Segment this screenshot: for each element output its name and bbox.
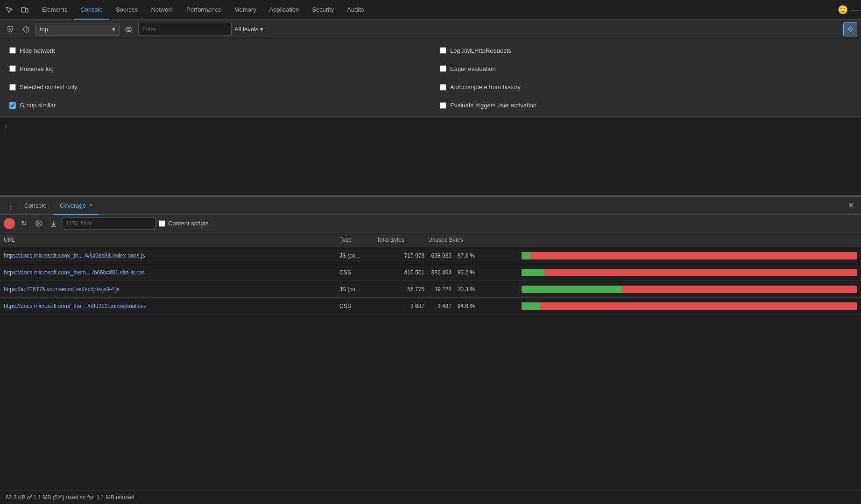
row-4-bar xyxy=(522,302,857,310)
status-bar: 62.3 KB of 1.1 MB (5%) used so far. 1.1 … xyxy=(0,490,861,504)
row-2-url[interactable]: https://docs.microsoft.com/_them... /b66… xyxy=(4,269,339,276)
refresh-button[interactable]: ↻ xyxy=(18,217,30,230)
eye-icon-button[interactable] xyxy=(122,23,135,36)
tab-memory[interactable]: Memory xyxy=(228,0,263,20)
evaluate-triggers-checkbox[interactable] xyxy=(440,102,446,109)
header-unused-bytes: Unused Bytes xyxy=(428,237,522,243)
row-2-bar xyxy=(522,269,857,276)
hide-network-setting[interactable]: Hide network xyxy=(9,44,421,57)
log-xmlhttp-checkbox[interactable] xyxy=(440,47,446,54)
console-toolbar: top ▾ All levels ▾ ⚙ xyxy=(0,20,861,39)
drawer-tab-console[interactable]: Console xyxy=(19,197,52,215)
content-scripts-label: Content scripts xyxy=(168,220,209,227)
eager-eval-checkbox[interactable] xyxy=(440,65,446,72)
preserve-log-label: Preserve log xyxy=(20,65,54,72)
more-options-icon[interactable]: ⋯ xyxy=(851,5,859,15)
main-tab-bar: Elements Console Sources Network Perform… xyxy=(0,0,861,20)
table-row[interactable]: https://docs.microsoft.com/_th... /43a9d… xyxy=(0,247,861,264)
table-row[interactable]: https://az725175.vo.msecnd.net/scripts/j… xyxy=(0,281,861,298)
svg-rect-0 xyxy=(21,7,25,12)
tab-bar-right: 🙂 ⋯ xyxy=(838,5,859,15)
row-3-unused: 39 228 70.3 % xyxy=(428,286,522,293)
header-url: URL xyxy=(4,237,339,243)
tab-elements[interactable]: Elements xyxy=(35,0,74,20)
log-xmlhttp-label: Log XMLHttpRequests xyxy=(450,47,511,54)
svg-point-8 xyxy=(128,28,130,30)
context-selector[interactable]: top ▾ xyxy=(35,23,120,36)
row-4-type: CSS xyxy=(339,303,377,309)
group-similar-checkbox[interactable] xyxy=(9,102,16,109)
context-dropdown-arrow: ▾ xyxy=(112,26,115,33)
evaluate-triggers-label: Evaluate triggers user activation xyxy=(450,102,536,109)
autocomplete-setting[interactable]: Autocomplete from history xyxy=(440,81,852,94)
eager-eval-label: Eager evaluation xyxy=(450,65,496,72)
stop-recording-button[interactable] xyxy=(20,23,33,36)
inspect-icon[interactable] xyxy=(2,3,16,17)
tab-sources[interactable]: Sources xyxy=(109,0,145,20)
tab-network[interactable]: Network xyxy=(145,0,180,20)
eager-eval-setting[interactable]: Eager evaluation xyxy=(440,62,852,75)
row-1-bar xyxy=(522,252,857,259)
svg-rect-1 xyxy=(26,8,28,12)
row-4-url[interactable]: https://docs.microsoft.com/_the... /b8d3… xyxy=(4,303,339,309)
feedback-icon[interactable]: 🙂 xyxy=(838,5,848,15)
record-button[interactable] xyxy=(4,218,15,229)
tab-application[interactable]: Application xyxy=(263,0,306,20)
status-text: 62.3 KB of 1.1 MB (5%) used so far. 1.1 … xyxy=(6,494,136,501)
preserve-log-setting[interactable]: Preserve log xyxy=(9,62,421,75)
content-scripts-checkbox[interactable] xyxy=(159,220,165,227)
tab-security[interactable]: Security xyxy=(305,0,340,20)
coverage-table: URL Type Total Bytes Unused Bytes https:… xyxy=(0,232,861,490)
autocomplete-checkbox[interactable] xyxy=(440,84,446,91)
tab-performance[interactable]: Performance xyxy=(180,0,227,20)
clear-coverage-button[interactable] xyxy=(33,217,45,230)
settings-gear-button[interactable]: ⚙ xyxy=(843,22,857,36)
evaluate-triggers-setting[interactable]: Evaluate triggers user activation xyxy=(440,99,852,112)
tab-audits[interactable]: Audits xyxy=(340,0,370,20)
drawer-menu-icon[interactable]: ⋮ xyxy=(4,199,17,212)
coverage-toolbar: ↻ Content scripts xyxy=(0,215,861,232)
top-panel: Elements Console Sources Network Perform… xyxy=(0,0,861,196)
autocomplete-label: Autocomplete from history xyxy=(450,84,521,91)
row-3-total: 55 775 xyxy=(377,286,428,293)
console-settings-panel: Hide network Log XMLHttpRequests Preserv… xyxy=(0,39,861,118)
header-type: Type xyxy=(339,237,377,243)
console-output-area[interactable]: › xyxy=(0,118,861,195)
row-4-total: 3 687 xyxy=(377,303,428,309)
drawer-panel: ⋮ Console Coverage ✕ ✕ ↻ xyxy=(0,196,861,504)
filter-input[interactable] xyxy=(138,23,232,36)
drawer-close-button[interactable]: ✕ xyxy=(844,199,857,212)
group-similar-setting[interactable]: Group similar xyxy=(9,99,421,112)
device-toggle-icon[interactable] xyxy=(18,3,32,17)
levels-arrow-icon: ▾ xyxy=(260,26,263,33)
selected-context-label: Selected context only xyxy=(20,84,78,91)
selected-context-checkbox[interactable] xyxy=(9,84,16,91)
console-prompt[interactable]: › xyxy=(5,122,856,129)
row-1-total: 717 973 xyxy=(377,252,428,259)
svg-point-7 xyxy=(126,27,132,32)
row-3-type: JS (co... xyxy=(339,286,377,293)
download-button[interactable] xyxy=(48,217,60,230)
row-2-type: CSS xyxy=(339,269,377,276)
group-similar-label: Group similar xyxy=(20,102,56,109)
url-filter-input[interactable] xyxy=(63,217,156,230)
hide-network-checkbox[interactable] xyxy=(9,47,16,54)
prompt-arrow: › xyxy=(5,122,7,129)
levels-dropdown[interactable]: All levels ▾ xyxy=(234,26,263,33)
row-2-total: 410 501 xyxy=(377,269,428,276)
clear-console-button[interactable] xyxy=(4,23,17,36)
drawer-tab-coverage[interactable]: Coverage ✕ xyxy=(54,197,99,215)
tab-console[interactable]: Console xyxy=(74,0,109,20)
log-xmlhttp-setting[interactable]: Log XMLHttpRequests xyxy=(440,44,852,57)
selected-context-setting[interactable]: Selected context only xyxy=(9,81,421,94)
row-4-unused: 3 487 94.6 % xyxy=(428,303,522,309)
row-3-url[interactable]: https://az725175.vo.msecnd.net/scripts/j… xyxy=(4,286,339,293)
table-row[interactable]: https://docs.microsoft.com/_them... /b66… xyxy=(0,264,861,281)
header-total-bytes: Total Bytes xyxy=(377,237,428,243)
coverage-tab-close[interactable]: ✕ xyxy=(89,203,93,209)
row-1-url[interactable]: https://docs.microsoft.com/_th... /43a9d… xyxy=(4,252,339,259)
content-scripts-setting[interactable]: Content scripts xyxy=(159,220,209,227)
table-row[interactable]: https://docs.microsoft.com/_the... /b8d3… xyxy=(0,298,861,315)
preserve-log-checkbox[interactable] xyxy=(9,65,16,72)
row-1-type: JS (co... xyxy=(339,252,377,259)
